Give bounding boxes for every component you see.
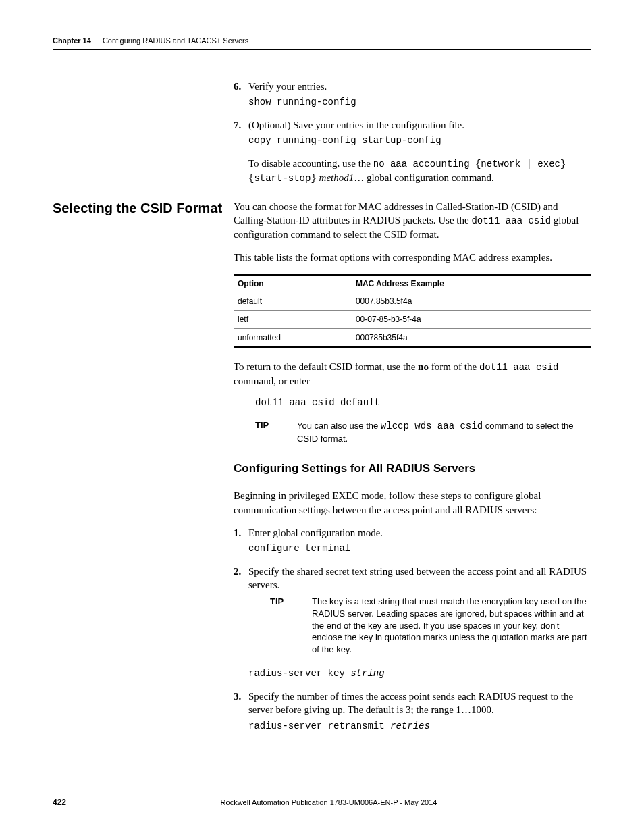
- csid-p3-mid: form of the: [429, 361, 479, 372]
- cell-mac-0: 0007.85b3.5f4a: [352, 292, 591, 310]
- step-7-code: copy running-config startup-config: [248, 134, 591, 147]
- page: Chapter 14 Configuring RADIUS and TACACS…: [0, 0, 644, 834]
- radius-step-2-code-pre: radius-server key: [248, 668, 350, 679]
- page-number: 422: [53, 798, 66, 807]
- step-6-num: 6.: [234, 80, 241, 93]
- radius-step-3-code-italic: retries: [390, 721, 430, 731]
- cell-option-2: unformatted: [234, 328, 352, 347]
- publication-id: Rockwell Automation Publication 1783-UM0…: [66, 798, 591, 806]
- csid-p3-code: dot11 aaa csid: [479, 362, 559, 373]
- radius-step-3-code-pre: radius-server retransmit: [248, 721, 390, 731]
- radius-step-2-text: Specify the shared secret text string us…: [248, 566, 587, 590]
- csid-p1: You can choose the format for MAC addres…: [234, 200, 591, 241]
- step-6: 6. Verify your entries. show running-con…: [234, 80, 591, 109]
- cell-mac-2: 000785b35f4a: [352, 328, 591, 347]
- top-steps-main: 6. Verify your entries. show running-con…: [234, 80, 591, 194]
- th-mac: MAC Address Example: [352, 275, 591, 292]
- section-radius-heading: Configuring Settings for All RADIUS Serv…: [234, 462, 591, 475]
- radius-step-3-num: 3.: [234, 689, 241, 703]
- step-6-code: show running-config: [248, 96, 591, 109]
- tip-text-2: The key is a text string that must match…: [312, 596, 591, 655]
- radius-step-2-num: 2.: [234, 565, 241, 578]
- csid-p3-post: command, or enter: [234, 375, 310, 386]
- table-header-row: Option MAC Address Example: [234, 275, 591, 292]
- radius-step-2-code: radius-server key string: [248, 667, 591, 680]
- top-steps-row: 6. Verify your entries. show running-con…: [53, 80, 591, 194]
- csid-tip-pre: You can also use the: [297, 421, 381, 431]
- tip-text: You can also use the wlccp wds aaa csid …: [297, 420, 591, 444]
- radius-step-2-tip: TIP The key is a text string that must m…: [270, 596, 591, 655]
- csid-tip-code: wlccp wds aaa csid: [381, 421, 483, 432]
- csid-p3-bold: no: [418, 361, 429, 372]
- step-7-text: (Optional) Save your entries in the conf…: [248, 120, 464, 130]
- top-steps-list: 6. Verify your entries. show running-con…: [234, 80, 591, 185]
- chapter-label: Chapter 14: [53, 36, 91, 45]
- section-csid-main: You can choose the format for MAC addres…: [234, 200, 591, 741]
- csid-format-table: Option MAC Address Example default 0007.…: [234, 274, 591, 348]
- csid-tip: TIP You can also use the wlccp wds aaa c…: [255, 420, 591, 444]
- tip-label-2: TIP: [270, 596, 312, 608]
- step-6-text: Verify your entries.: [248, 81, 327, 92]
- th-option: Option: [234, 275, 352, 292]
- radius-step-1: 1. Enter global configuration mode. conf…: [234, 526, 591, 555]
- radius-step-1-code: configure terminal: [248, 542, 591, 555]
- radius-step-1-text: Enter global configuration mode.: [248, 527, 383, 538]
- step-7-after-italic: method1: [317, 172, 354, 183]
- cell-mac-1: 00-07-85-b3-5f-4a: [352, 310, 591, 328]
- table-row: unformatted 000785b35f4a: [234, 328, 591, 347]
- radius-step-3-code: radius-server retransmit retries: [248, 720, 591, 733]
- step-7: 7. (Optional) Save your entries in the c…: [234, 118, 591, 185]
- radius-step-1-num: 1.: [234, 526, 241, 540]
- tip-label: TIP: [255, 420, 297, 430]
- table-row: default 0007.85b3.5f4a: [234, 292, 591, 310]
- step-7-num: 7.: [234, 118, 241, 132]
- radius-step-2-code-italic: string: [350, 668, 384, 679]
- step-7-after-post: … global configuration command.: [354, 172, 493, 183]
- cell-option-1: ietf: [234, 310, 352, 328]
- running-header: Chapter 14 Configuring RADIUS and TACACS…: [53, 36, 591, 50]
- radius-steps: 1. Enter global configuration mode. conf…: [234, 526, 591, 733]
- radius-step-3: 3. Specify the number of times the acces…: [234, 689, 591, 732]
- cell-option-0: default: [234, 292, 352, 310]
- csid-p3-pre: To return to the default CSID format, us…: [234, 361, 418, 372]
- csid-p2: This table lists the format options with…: [234, 251, 591, 264]
- step-7-after-pre: To disable accounting, use the: [248, 158, 373, 169]
- section-csid-heading: Selecting the CSID Format: [53, 200, 234, 217]
- radius-step-3-text: Specify the number of times the access p…: [248, 691, 573, 715]
- radius-step-2: 2. Specify the shared secret text string…: [234, 565, 591, 680]
- section-csid: Selecting the CSID Format You can choose…: [53, 200, 591, 741]
- chapter-title: Configuring RADIUS and TACACS+ Servers: [103, 36, 248, 45]
- csid-p1-code: dot11 aaa csid: [471, 215, 551, 226]
- csid-p3: To return to the default CSID format, us…: [234, 360, 591, 388]
- csid-code-line: dot11 aaa csid default: [255, 397, 591, 408]
- radius-intro: Beginning in privileged EXEC mode, follo…: [234, 489, 591, 517]
- footer: 422 Rockwell Automation Publication 1783…: [53, 798, 591, 807]
- table-row: ietf 00-07-85-b3-5f-4a: [234, 310, 591, 328]
- step-7-after: To disable accounting, use the no aaa ac…: [248, 157, 591, 185]
